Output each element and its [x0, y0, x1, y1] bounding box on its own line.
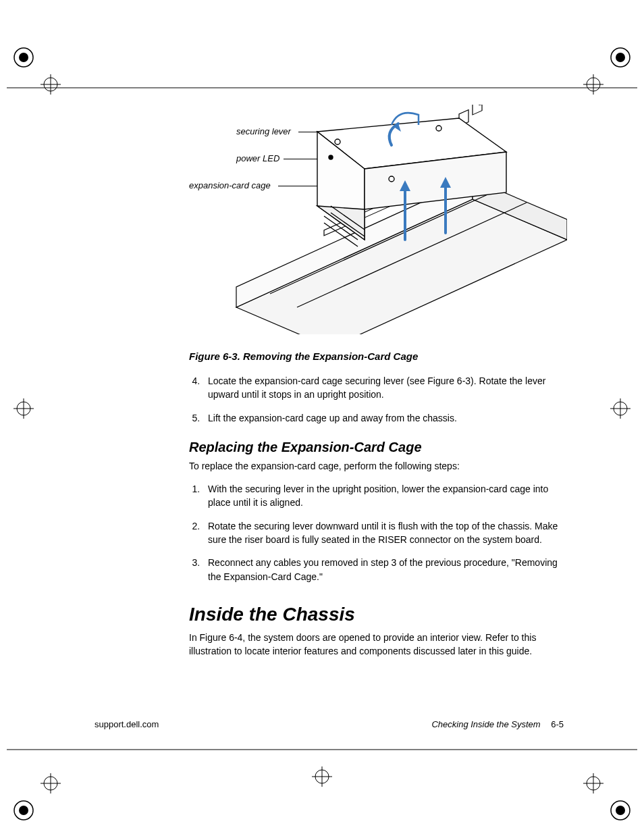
svg-point-8: [616, 53, 625, 62]
svg-point-50: [335, 139, 340, 145]
remove-steps: Locate the expansion-card cage securing …: [189, 374, 564, 425]
svg-rect-38: [473, 105, 482, 115]
list-item: Lift the expansion-card cage up and away…: [203, 411, 564, 425]
replace-intro: To replace the expansion-card cage, perf…: [189, 459, 564, 473]
list-item: With the securing lever in the upright p…: [203, 482, 564, 510]
page-footer: support.dell.com Checking Inside the Sys…: [95, 719, 564, 729]
footer-page-number: 6-5: [551, 719, 564, 729]
expansion-card-cage-diagram: [189, 105, 567, 334]
svg-point-3: [19, 53, 28, 62]
footer-url: support.dell.com: [95, 719, 159, 729]
inside-chassis-body: In Figure 6-4, the system doors are open…: [189, 631, 564, 658]
reg-mark-left: [7, 392, 41, 425]
list-item: Reconnect any cables you removed in step…: [203, 556, 564, 583]
svg-point-19: [19, 806, 28, 815]
replace-steps: With the securing lever in the upright p…: [189, 482, 564, 583]
reg-mark-right: [603, 392, 637, 425]
reg-mark-bc: [305, 760, 339, 793]
heading-inside-chassis: Inside the Chassis: [189, 604, 564, 625]
svg-point-51: [436, 126, 441, 131]
footer-section-title: Checking Inside the System: [431, 719, 540, 729]
list-item: Locate the expansion-card cage securing …: [203, 374, 564, 402]
reg-mark-bl: [7, 766, 68, 827]
svg-point-53: [329, 155, 333, 159]
heading-replacing: Replacing the Expansion-Card Cage: [189, 440, 564, 455]
svg-point-52: [389, 176, 394, 182]
svg-point-24: [616, 806, 625, 815]
figure-6-3: securing lever power LED expansion-card …: [189, 105, 564, 341]
reg-mark-br: [576, 766, 637, 827]
reg-mark-tl: [7, 41, 68, 101]
crop-mark-top: [0, 41, 644, 95]
page-content: securing lever power LED expansion-card …: [95, 105, 564, 668]
list-item: Rotate the securing lever downward until…: [203, 519, 564, 547]
reg-mark-tr: [576, 41, 637, 101]
figure-caption: Figure 6-3. Removing the Expansion-Card …: [189, 350, 564, 362]
